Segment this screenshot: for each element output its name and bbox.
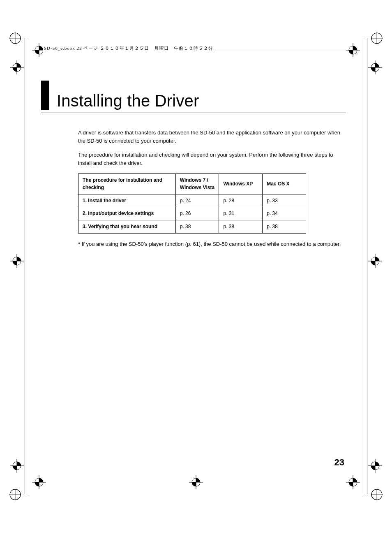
table-header: Mac OS X [263,173,306,194]
table-row: 3. Verifying that you hear sound p. 38 p… [78,220,306,233]
registration-mark-icon [346,475,360,489]
title-accent-bar [41,81,49,110]
table-cell: 3. Verifying that you hear sound [78,220,176,233]
registration-mark-icon [346,43,360,57]
registration-mark-icon [10,60,24,74]
table-row: 2. Input/output device settings p. 26 p.… [78,207,306,220]
frame-line [363,38,363,494]
print-mark-icon [9,32,21,44]
paragraph: The procedure for installation and check… [78,151,343,167]
table-cell: p. 38 [219,220,263,233]
title-row: Installing the Driver [41,81,346,113]
content-area: Installing the Driver A driver is softwa… [41,81,346,248]
table-header-line: Windows Vista [180,185,214,190]
table-cell: p. 26 [175,207,219,220]
frame-line [25,38,25,494]
print-mark-icon [371,32,383,44]
table-header: The procedure for installation and check… [78,173,176,194]
registration-mark-icon [10,459,24,473]
table-cell: p. 28 [219,194,263,207]
procedure-table: The procedure for installation and check… [78,173,306,234]
table-header-line: Windows 7 / [180,177,208,183]
registration-mark-icon [32,475,46,489]
table-header: Windows XP [219,173,263,194]
table-header-row: The procedure for installation and check… [78,173,306,194]
table-cell: p. 38 [175,220,219,233]
frame-line [367,38,367,494]
page-number: 23 [334,457,344,468]
table-cell: 2. Input/output device settings [78,207,176,220]
table-cell: p. 24 [175,194,219,207]
table-header: Windows 7 / Windows Vista [175,173,219,194]
registration-mark-icon [10,254,24,268]
table-cell: p. 31 [219,207,263,220]
footnote: * If you are using the SD-50’s player fu… [78,240,343,248]
print-mark-icon [9,488,21,501]
registration-mark-icon [368,459,382,473]
table-row: 1. Install the driver p. 24 p. 28 p. 33 [78,194,306,207]
table-cell: p. 34 [263,207,306,220]
table-cell: 1. Install the driver [78,194,176,207]
table-cell: p. 33 [263,194,306,207]
body-text: A driver is software that transfers data… [78,129,343,248]
paragraph: A driver is software that transfers data… [78,129,343,145]
page-title: Installing the Driver [57,92,199,110]
page: SD-50_e.book 23 ページ ２０１０年１月２５日 月曜日 午前１０時… [0,0,392,555]
registration-mark-icon [189,475,203,489]
registration-mark-icon [368,60,382,74]
print-mark-icon [371,488,383,501]
header-caption: SD-50_e.book 23 ページ ２０１０年１月２５日 月曜日 午前１０時… [43,45,214,51]
frame-line [29,38,29,494]
registration-mark-icon [368,254,382,268]
table-cell: p. 38 [263,220,306,233]
